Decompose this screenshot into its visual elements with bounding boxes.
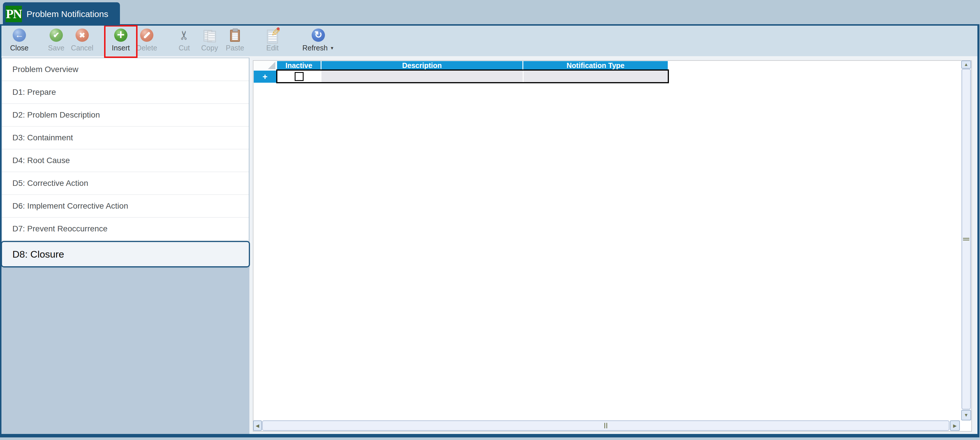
cell-inactive[interactable]	[277, 71, 321, 82]
cancel-x-icon: ✖	[76, 29, 89, 42]
table-row	[276, 70, 669, 83]
sidebar-item-d3-containment[interactable]: D3: Containment	[2, 127, 249, 149]
toolbar: ← Close ✔ Save ✖ Cancel + Insert Delete …	[2, 25, 977, 56]
window-tab[interactable]: PN Problem Notifications	[3, 2, 120, 25]
scroll-down-button[interactable]: ▼	[961, 410, 971, 420]
sidebar-nav: Problem Overview D1: Prepare D2: Problem…	[2, 58, 250, 268]
paste-button[interactable]: Paste	[222, 29, 248, 52]
vertical-scroll-thumb[interactable]	[961, 69, 971, 410]
refresh-button[interactable]: ↻ Refresh ▼	[299, 29, 337, 52]
scroll-left-button[interactable]: ◀	[253, 420, 262, 431]
paste-button-label: Paste	[226, 44, 244, 52]
cell-notification-type[interactable]	[523, 71, 668, 82]
save-check-icon: ✔	[49, 29, 63, 42]
right-arrow-icon: ▶	[953, 423, 957, 429]
sidebar-item-d1-prepare[interactable]: D1: Prepare	[2, 81, 249, 104]
close-button[interactable]: ← Close	[6, 29, 32, 52]
save-button-label: Save	[48, 44, 65, 52]
back-arrow-icon: ←	[13, 29, 26, 42]
copy-button[interactable]: Copy	[197, 29, 222, 52]
cut-button[interactable]: ✂ Cut	[172, 29, 197, 52]
refresh-button-label: Refresh	[302, 44, 328, 52]
sidebar-item-d2-problem-description[interactable]: D2: Problem Description	[2, 104, 249, 127]
horizontal-scroll-thumb[interactable]	[262, 420, 950, 431]
scroll-up-button[interactable]: ▲	[961, 60, 971, 68]
cut-button-label: Cut	[179, 44, 190, 52]
left-arrow-icon: ◀	[256, 423, 259, 429]
insert-highlight-box	[104, 25, 138, 58]
cancel-button-label: Cancel	[71, 44, 94, 52]
delete-button-label: Delete	[136, 44, 157, 52]
notifications-grid: Inactive Description Notification Type +	[253, 61, 971, 147]
column-header-inactive[interactable]: Inactive	[277, 61, 321, 70]
main-window: ← Close ✔ Save ✖ Cancel + Insert Delete …	[0, 24, 979, 437]
sidebar-item-d4-root-cause[interactable]: D4: Root Cause	[2, 149, 249, 172]
add-row-button[interactable]: +	[254, 71, 276, 83]
refresh-arrow-icon: ↻	[312, 29, 325, 42]
sidebar-item-d6-implement-corrective-action[interactable]: D6: Implement Corrective Action	[2, 195, 249, 218]
copy-pages-icon	[203, 29, 216, 42]
grid-corner-cell[interactable]	[254, 61, 276, 70]
delete-slash-icon	[140, 29, 153, 42]
copy-button-label: Copy	[201, 44, 218, 52]
cell-description[interactable]	[321, 71, 523, 82]
select-all-triangle-icon	[268, 62, 275, 69]
column-header-description[interactable]: Description	[321, 61, 522, 70]
scissors-icon: ✂	[178, 29, 191, 42]
edit-button[interactable]: ✎ Edit	[260, 29, 285, 52]
cancel-button[interactable]: ✖ Cancel	[70, 29, 95, 52]
inactive-checkbox[interactable]	[295, 72, 304, 81]
sidebar-item-d5-corrective-action[interactable]: D5: Corrective Action	[2, 172, 249, 195]
sidebar-item-d8-closure[interactable]: D8: Closure	[1, 241, 250, 267]
window-title: Problem Notifications	[27, 9, 108, 19]
vertical-thumb-grip-icon	[963, 237, 969, 241]
clipboard-icon	[228, 29, 242, 42]
column-header-notification-type[interactable]: Notification Type	[523, 61, 668, 70]
refresh-dropdown-caret-icon[interactable]: ▼	[330, 46, 334, 51]
app-logo: PN	[5, 6, 22, 22]
horizontal-scrollbar[interactable]: ◀ ▶	[253, 420, 960, 431]
content-panel: Inactive Description Notification Type +…	[253, 60, 972, 432]
sidebar-item-d7-prevent-reoccurrence[interactable]: D7: Prevent Reoccurrence	[2, 218, 249, 240]
up-arrow-icon: ▲	[964, 62, 969, 67]
down-arrow-icon: ▼	[964, 413, 969, 418]
delete-button[interactable]: Delete	[134, 29, 159, 52]
horizontal-thumb-grip-icon	[604, 423, 607, 429]
main-area: Problem Overview D1: Prepare D2: Problem…	[2, 56, 977, 434]
edit-button-label: Edit	[266, 44, 278, 52]
sidebar-item-problem-overview[interactable]: Problem Overview	[2, 58, 249, 81]
sidebar: Problem Overview D1: Prepare D2: Problem…	[2, 58, 250, 434]
edit-pencil-icon: ✎	[266, 29, 279, 42]
save-button[interactable]: ✔ Save	[43, 29, 69, 52]
vertical-scrollbar[interactable]: ▲ ▼	[961, 60, 971, 420]
scroll-right-button[interactable]: ▶	[950, 420, 960, 431]
close-button-label: Close	[10, 44, 29, 52]
